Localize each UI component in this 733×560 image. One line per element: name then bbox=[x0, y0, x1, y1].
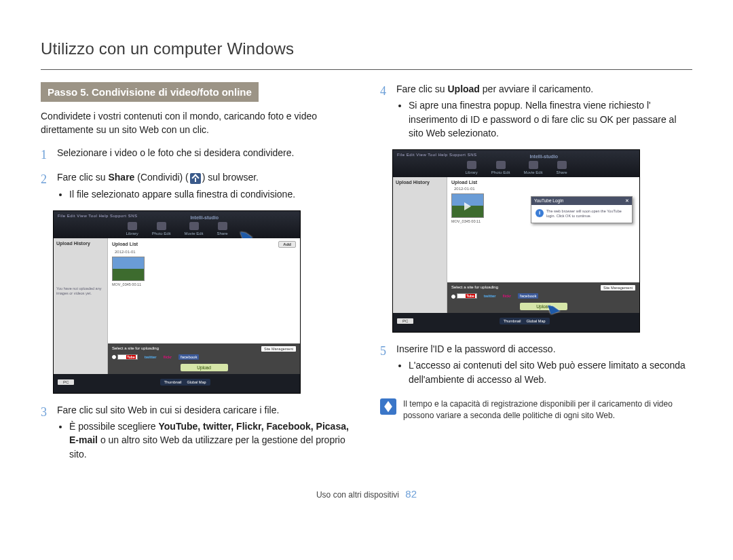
upload-history-panel: Upload History You have not uploaded any… bbox=[54, 238, 108, 374]
step-number: 2 bbox=[41, 170, 50, 204]
step-number: 4 bbox=[380, 82, 390, 143]
list-header-row: Upload List bbox=[451, 180, 635, 185]
pc-label: PC bbox=[397, 318, 413, 324]
photo-edit-icon bbox=[496, 161, 506, 169]
library-icon bbox=[467, 161, 476, 169]
view-global-map: Global Map bbox=[526, 319, 545, 323]
text-fragment: ) sul browser. bbox=[202, 172, 259, 183]
panel-header: Upload History bbox=[396, 180, 444, 185]
panel-header: Upload History bbox=[56, 241, 105, 246]
site-management-button: Site Management bbox=[601, 285, 635, 291]
add-button: Add bbox=[278, 241, 296, 248]
view-mode-toggle: Thumbnail Global Map bbox=[500, 318, 550, 324]
text-fragment: È possibile scegliere bbox=[69, 421, 159, 432]
site-youtube: YouTube bbox=[112, 354, 138, 360]
app-screenshot-1: File Edit View Tool Help Support SNS Int… bbox=[53, 210, 301, 394]
video-thumbnail bbox=[451, 193, 484, 218]
app-screenshot-2: File Edit View Tool Help Support SNS Int… bbox=[392, 149, 640, 333]
site-youtube: YouTube bbox=[451, 293, 477, 299]
app-footer: PC Thumbnail Global Map bbox=[393, 313, 639, 329]
steps-right: 4 Fare clic su Upload per avviare il car… bbox=[380, 82, 692, 143]
steps-right-cont: 5 Inserire l'ID e la password di accesso… bbox=[380, 342, 692, 389]
sitebar-title: Select a site for uploading bbox=[451, 285, 498, 291]
left-column: Passo 5. Condivisione di video/foto onli… bbox=[41, 82, 353, 470]
site-flickr: flickr bbox=[503, 294, 511, 298]
step-bullet: Il file selezionato appare sulla finestr… bbox=[69, 187, 353, 201]
note-icon bbox=[380, 398, 396, 415]
tab-share: Share bbox=[557, 161, 567, 174]
upload-button: Upload bbox=[181, 364, 228, 371]
app-toolbar: File Edit View Tool Help Support SNS Int… bbox=[393, 150, 639, 177]
library-icon bbox=[128, 222, 137, 230]
tab-photo-edit: Photo Edit bbox=[491, 161, 510, 174]
step-text: Inserire l'ID e la password di accesso. bbox=[396, 342, 692, 356]
share-tab-icon bbox=[218, 222, 227, 230]
text-fragment: (Condividi) ( bbox=[134, 172, 188, 183]
page-footer: Uso con altri dispositivi 82 bbox=[41, 488, 692, 500]
step-bullet: È possibile scegliere YouTube, twitter, … bbox=[69, 419, 353, 461]
step-text: Selezionare i video o le foto che si des… bbox=[57, 146, 353, 160]
list-header: Upload List bbox=[112, 242, 138, 246]
text-fragment: per avviare il caricamento. bbox=[480, 83, 593, 94]
panel-hint: You have not uploaded any images or vide… bbox=[56, 286, 105, 296]
app-footer: PC Thumbnail Global Map bbox=[54, 374, 300, 390]
site-management-button: Site Management bbox=[261, 346, 296, 352]
two-column-layout: Passo 5. Condivisione di video/foto onli… bbox=[41, 82, 692, 470]
step-number: 1 bbox=[41, 146, 50, 164]
video-thumbnail bbox=[112, 257, 145, 281]
upload-list-panel: Upload List 2012-01-01 MOV_0345 00:11 Yo… bbox=[447, 177, 639, 313]
step-bullet: L'accesso ai contenuti del sito Web può … bbox=[409, 358, 692, 386]
bold-upload: Upload bbox=[447, 83, 479, 94]
tab-photo-edit: Photo Edit bbox=[152, 222, 171, 236]
site-facebook: facebook bbox=[178, 354, 199, 360]
info-icon: i bbox=[535, 209, 544, 217]
view-thumbnail: Thumbnail bbox=[504, 319, 521, 323]
dialog-title: YouTube Login bbox=[534, 198, 563, 204]
sitebar-title: Select a site for uploading bbox=[112, 346, 159, 352]
cursor-pointer-icon bbox=[549, 303, 561, 316]
intro-text: Condividete i vostri contenuti con il mo… bbox=[41, 110, 353, 136]
site-twitter: twitter bbox=[484, 294, 496, 298]
app-toolbar: File Edit View Tool Help Support SNS Int… bbox=[54, 211, 300, 238]
upload-history-panel: Upload History bbox=[393, 177, 447, 313]
list-date: 2012-01-01 bbox=[454, 187, 635, 191]
tab-library: Library bbox=[126, 222, 138, 236]
movie-edit-icon bbox=[529, 161, 538, 169]
site-select-bar: Select a site for uploading Site Managem… bbox=[108, 343, 300, 374]
photo-edit-icon bbox=[157, 222, 166, 230]
dialog-titlebar: YouTube Login ✕ bbox=[531, 197, 632, 205]
manual-page: Utilizzo con un computer Windows Passo 5… bbox=[0, 0, 733, 513]
tab-movie-edit: Movie Edit bbox=[524, 161, 543, 174]
bold-share: Share bbox=[108, 172, 134, 183]
site-facebook: facebook bbox=[518, 293, 538, 299]
site-select-bar: Select a site for uploading Site Managem… bbox=[447, 282, 639, 313]
view-global-map: Global Map bbox=[187, 380, 206, 384]
step-3: 3 Fare clic sul sito Web in cui si desid… bbox=[41, 403, 353, 464]
movie-edit-icon bbox=[189, 222, 199, 230]
list-header-row: Upload List Add bbox=[112, 241, 296, 248]
footer-section: Uso con altri dispositivi bbox=[316, 490, 399, 500]
text-fragment: o un altro sito Web da utilizzare per la… bbox=[69, 434, 345, 459]
app-body: Upload History Upload List 2012-01-01 MO… bbox=[393, 177, 639, 313]
note-box: Il tempo e la capacità di registrazione … bbox=[380, 398, 692, 422]
step-number: 3 bbox=[41, 403, 50, 464]
upload-list-panel: Upload List Add 2012-01-01 MOV_0345 00:1… bbox=[108, 238, 300, 374]
list-date: 2012-01-01 bbox=[115, 250, 296, 254]
page-title: Utilizzo con un computer Windows bbox=[41, 39, 692, 58]
text-fragment: Fare clic su bbox=[57, 172, 108, 183]
view-mode-toggle: Thumbnail Global Map bbox=[160, 379, 210, 386]
app-menu: File Edit View Tool Help Support SNS bbox=[58, 214, 138, 218]
app-body: Upload History You have not uploaded any… bbox=[54, 238, 300, 374]
app-menu: File Edit View Tool Help Support SNS bbox=[397, 153, 477, 157]
tab-movie-edit: Movie Edit bbox=[185, 222, 204, 236]
app-brand: Intelli-studio bbox=[190, 215, 219, 220]
title-divider bbox=[41, 69, 692, 70]
site-options: YouTube twitter flickr facebook bbox=[112, 354, 296, 360]
view-thumbnail: Thumbnail bbox=[164, 380, 182, 384]
site-twitter: twitter bbox=[145, 355, 157, 359]
note-text: Il tempo e la capacità di registrazione … bbox=[403, 398, 692, 422]
login-dialog: YouTube Login ✕ i The web browser will s… bbox=[531, 196, 633, 223]
share-tab-icon bbox=[557, 161, 567, 169]
app-brand: Intelli-studio bbox=[529, 154, 558, 159]
dialog-message: The web browser will soon open the YouTu… bbox=[546, 209, 628, 219]
